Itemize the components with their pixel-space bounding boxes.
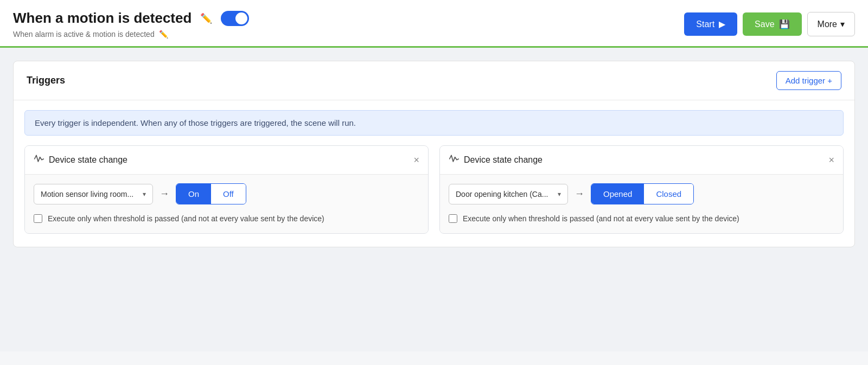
card1-title: Device state change bbox=[49, 155, 127, 165]
save-label: Save bbox=[755, 20, 774, 29]
start-button[interactable]: Start ▶ bbox=[684, 12, 737, 36]
header-left: When a motion is detected ✏️ When alarm … bbox=[13, 10, 249, 39]
trigger-card-2-body: Door opening kitchen (Ca... ▾ → Opened C… bbox=[440, 175, 843, 233]
save-icon: 💾 bbox=[779, 19, 790, 29]
close-card-2-button[interactable]: × bbox=[828, 155, 834, 165]
card2-title: Device state change bbox=[464, 155, 542, 165]
info-text: Every trigger is independent. When any o… bbox=[35, 118, 356, 127]
state-closed-button[interactable]: Closed bbox=[644, 184, 693, 204]
arrow-icon-1: → bbox=[159, 188, 169, 200]
threshold-row-2: Execute only when threshold is passed (a… bbox=[449, 213, 834, 225]
threshold-label-2: Execute only when threshold is passed (a… bbox=[463, 213, 739, 225]
device-select-2-label: Door opening kitchen (Ca... bbox=[456, 190, 553, 198]
trigger-card-1: Device state change × Motion sensor livi… bbox=[24, 145, 429, 234]
trigger-cards-container: Device state change × Motion sensor livi… bbox=[14, 145, 854, 247]
chevron-down-icon-1: ▾ bbox=[143, 190, 146, 198]
toggle-slider bbox=[221, 11, 249, 26]
trigger-card-2-header: Device state change × bbox=[440, 146, 843, 175]
triggers-title: Triggers bbox=[27, 75, 65, 86]
close-card-1-button[interactable]: × bbox=[413, 155, 419, 165]
state-btn-group-2: Opened Closed bbox=[591, 183, 694, 204]
info-banner: Every trigger is independent. When any o… bbox=[24, 110, 844, 136]
trigger-card-1-title: Device state change bbox=[34, 153, 127, 167]
state-on-button[interactable]: On bbox=[176, 184, 211, 204]
save-button[interactable]: Save 💾 bbox=[743, 12, 801, 36]
threshold-checkbox-2[interactable] bbox=[449, 214, 457, 223]
state-off-button[interactable]: Off bbox=[211, 184, 246, 204]
header-subtitle-row: When alarm is active & motion is detecte… bbox=[13, 30, 249, 39]
state-btn-group-1: On Off bbox=[176, 183, 246, 204]
edit-subtitle-button[interactable]: ✏️ bbox=[159, 30, 168, 39]
trigger-card-2-title: Device state change bbox=[449, 153, 542, 167]
triggers-header: Triggers Add trigger + bbox=[14, 61, 854, 100]
trigger-card-1-header: Device state change × bbox=[25, 146, 428, 175]
threshold-checkbox-1[interactable] bbox=[34, 214, 42, 223]
edit-title-button[interactable]: ✏️ bbox=[198, 11, 214, 25]
trigger-row-1: Motion sensor living room... ▾ → On Off bbox=[34, 183, 419, 204]
more-button[interactable]: More ▾ bbox=[807, 12, 855, 36]
waveform-icon-1 bbox=[34, 153, 44, 167]
state-opened-button[interactable]: Opened bbox=[591, 184, 644, 204]
device-select-1[interactable]: Motion sensor living room... ▾ bbox=[34, 184, 153, 204]
play-icon: ▶ bbox=[719, 19, 725, 29]
triggers-section: Triggers Add trigger + Every trigger is … bbox=[13, 61, 855, 247]
more-label: More bbox=[818, 20, 837, 29]
page-title: When a motion is detected bbox=[13, 10, 192, 27]
add-trigger-button[interactable]: Add trigger + bbox=[776, 71, 841, 90]
chevron-down-icon: ▾ bbox=[840, 19, 845, 29]
trigger-card-1-body: Motion sensor living room... ▾ → On Off … bbox=[25, 175, 428, 233]
threshold-row-1: Execute only when threshold is passed (a… bbox=[34, 213, 419, 225]
trigger-card-2: Device state change × Door opening kitch… bbox=[439, 145, 844, 234]
active-toggle[interactable] bbox=[221, 11, 249, 26]
trigger-row-2: Door opening kitchen (Ca... ▾ → Opened C… bbox=[449, 183, 834, 204]
device-select-1-label: Motion sensor living room... bbox=[41, 190, 138, 198]
header-actions: Start ▶ Save 💾 More ▾ bbox=[684, 12, 855, 36]
chevron-down-icon-2: ▾ bbox=[558, 190, 561, 198]
threshold-label-1: Execute only when threshold is passed (a… bbox=[48, 213, 324, 225]
main-content: Triggers Add trigger + Every trigger is … bbox=[0, 48, 868, 351]
header-title-row: When a motion is detected ✏️ bbox=[13, 10, 249, 27]
page-header: When a motion is detected ✏️ When alarm … bbox=[0, 0, 868, 48]
start-label: Start bbox=[696, 20, 714, 29]
arrow-icon-2: → bbox=[575, 188, 584, 200]
subtitle-text: When alarm is active & motion is detecte… bbox=[13, 30, 155, 39]
waveform-icon-2 bbox=[449, 153, 459, 167]
device-select-2[interactable]: Door opening kitchen (Ca... ▾ bbox=[449, 184, 568, 204]
